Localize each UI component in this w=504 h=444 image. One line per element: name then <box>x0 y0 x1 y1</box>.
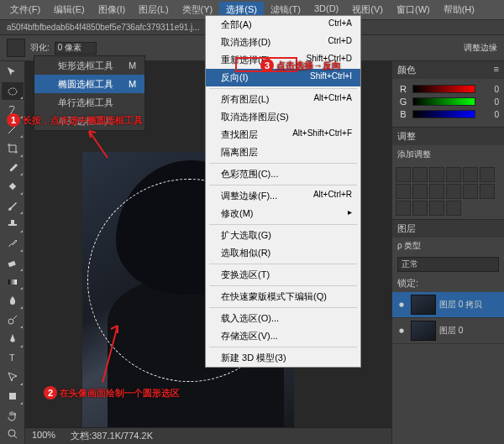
adjustment-preset[interactable] <box>429 201 444 216</box>
menu-item[interactable]: 存储选区(V)... <box>206 327 360 345</box>
layers-panel: 图层 ρ 类型 正常 锁定: 图层 0 拷贝图层 0 <box>392 220 504 444</box>
history-brush-tool[interactable] <box>2 234 24 253</box>
path-tool[interactable] <box>2 368 24 386</box>
menu-item[interactable]: 查找图层Alt+Shift+Ctrl+F <box>206 126 360 144</box>
eyedropper-tool[interactable] <box>2 159 24 177</box>
hand-tool[interactable] <box>2 406 24 425</box>
healing-tool[interactable] <box>2 177 24 196</box>
menu-item[interactable]: 取消选择(D)Ctrl+D <box>206 34 360 51</box>
menu-item[interactable]: 变换选区(T) <box>206 266 360 284</box>
eraser-tool[interactable] <box>2 253 24 272</box>
adjustment-preset[interactable] <box>480 167 495 182</box>
menu-2[interactable]: 图像(I) <box>92 2 132 18</box>
blend-mode-select[interactable]: 正常 <box>397 257 499 272</box>
menu-item[interactable]: 色彩范围(C)... <box>206 165 360 183</box>
adjustment-preset[interactable] <box>429 184 444 199</box>
brush-tool[interactable] <box>2 196 24 215</box>
right-panels: 颜色≡ R0 G0 B0 调整 添加调整 图层 ρ 类型 正常 锁定: 图层 0… <box>391 61 504 444</box>
menu-item[interactable]: 修改(M)▸ <box>206 205 360 222</box>
adjustment-preset[interactable] <box>446 167 461 182</box>
menu-item[interactable]: 隔离图层 <box>206 144 360 161</box>
menu-0[interactable]: 文件(F) <box>3 2 47 18</box>
annotation-text-3: 点击选择→反向 <box>276 60 341 71</box>
menu-item[interactable]: 取消选择图层(S) <box>206 108 360 126</box>
adjustment-preset[interactable] <box>396 167 411 182</box>
menu-item[interactable]: 所有图层(L)Alt+Ctrl+A <box>206 91 360 108</box>
zoom-tool[interactable] <box>2 425 24 443</box>
annotation-badge-2: 2 <box>44 386 57 400</box>
pen-tool[interactable] <box>2 330 24 348</box>
annotation-badge-3: 3 <box>260 59 274 72</box>
move-tool[interactable] <box>2 63 24 81</box>
adjustment-preset[interactable] <box>446 201 461 216</box>
type-tool[interactable]: T <box>2 349 24 368</box>
adjustment-preset[interactable] <box>463 167 478 182</box>
stamp-tool[interactable] <box>2 216 24 234</box>
menu-10[interactable]: 帮助(H) <box>437 2 481 18</box>
adjustment-preset[interactable] <box>396 201 411 216</box>
adjustment-preset[interactable] <box>412 167 428 182</box>
svg-point-0 <box>8 88 17 95</box>
svg-rect-6 <box>9 393 16 400</box>
menu-1[interactable]: 编辑(E) <box>47 2 92 18</box>
b-label: B <box>397 109 409 119</box>
adjustment-preset[interactable] <box>463 184 478 199</box>
layer-row[interactable]: 图层 0 拷贝 <box>392 292 504 318</box>
b-slider[interactable] <box>412 110 475 118</box>
shape-tool[interactable] <box>2 387 24 405</box>
doc-size: 文档:387.1K/774.2K <box>71 430 153 442</box>
r-slider[interactable] <box>412 85 475 93</box>
svg-point-4 <box>8 319 13 324</box>
g-label: G <box>397 97 409 107</box>
menu-item[interactable]: 调整边缘(F)...Alt+Ctrl+R <box>206 187 360 205</box>
g-slider[interactable] <box>412 97 475 106</box>
annotation-badge-1: 1 <box>7 113 20 127</box>
refine-edge-button[interactable]: 调整边缘 <box>464 42 497 54</box>
svg-point-8 <box>399 302 403 306</box>
layer-thumbnail[interactable] <box>411 321 436 341</box>
adjustment-preset[interactable] <box>480 184 495 199</box>
gradient-tool[interactable] <box>2 273 24 291</box>
flyout-item-1[interactable]: 椭圆选框工具M <box>34 75 144 93</box>
svg-rect-3 <box>8 279 17 285</box>
adjustments-panel: 调整 添加调整 <box>392 128 504 220</box>
status-bar: 100% 文档:387.1K/774.2K <box>25 427 391 444</box>
adjustment-preset[interactable] <box>429 167 444 182</box>
svg-rect-1 <box>9 183 16 190</box>
menu-item[interactable]: 选取相似(R) <box>206 244 360 262</box>
menu-3[interactable]: 图层(L) <box>132 2 175 18</box>
annotation-text-2: 在头像画面绘制一个圆形选区 <box>60 388 180 398</box>
flyout-item-2[interactable]: 单行选框工具 <box>34 93 144 112</box>
annotation-text-1: 长按，点击选中椭圆选框工具 <box>23 115 143 125</box>
layer-thumbnail[interactable] <box>411 295 436 315</box>
menu-item[interactable]: 新建 3D 模型(3) <box>206 349 360 367</box>
adjustment-preset[interactable] <box>396 184 411 199</box>
svg-point-9 <box>399 328 403 332</box>
zoom-level[interactable]: 100% <box>32 430 55 442</box>
visibility-icon[interactable] <box>396 325 407 337</box>
menu-item[interactable]: 在快速蒙版模式下编辑(Q) <box>206 288 360 306</box>
dodge-tool[interactable] <box>2 311 24 329</box>
crop-tool[interactable] <box>2 139 24 158</box>
feather-input[interactable] <box>55 42 97 55</box>
r-label: R <box>397 84 409 94</box>
color-tab[interactable]: 颜色 <box>397 64 416 76</box>
blur-tool[interactable] <box>2 291 24 310</box>
flyout-item-0[interactable]: 矩形选框工具M <box>34 56 144 75</box>
adjustment-preset[interactable] <box>412 184 428 199</box>
color-panel: 颜色≡ R0 G0 B0 <box>392 61 504 128</box>
marquee-tool[interactable] <box>2 82 24 101</box>
feather-label: 羽化: <box>30 42 50 54</box>
visibility-icon[interactable] <box>396 299 407 311</box>
layer-row[interactable]: 图层 0 <box>392 318 504 344</box>
adjustment-preset[interactable] <box>446 184 461 199</box>
menu-9[interactable]: 窗口(W) <box>390 2 437 18</box>
panel-menu-icon[interactable]: ≡ <box>494 64 499 76</box>
adjustment-preset[interactable] <box>412 201 428 216</box>
tool-preset-icon[interactable] <box>7 39 25 57</box>
menu-item[interactable]: 全部(A)Ctrl+A <box>206 16 360 34</box>
menu-item[interactable]: 扩大选取(G) <box>206 227 360 244</box>
svg-point-7 <box>8 430 15 436</box>
menu-item[interactable]: 载入选区(O)... <box>206 310 360 327</box>
svg-text:T: T <box>9 353 15 363</box>
